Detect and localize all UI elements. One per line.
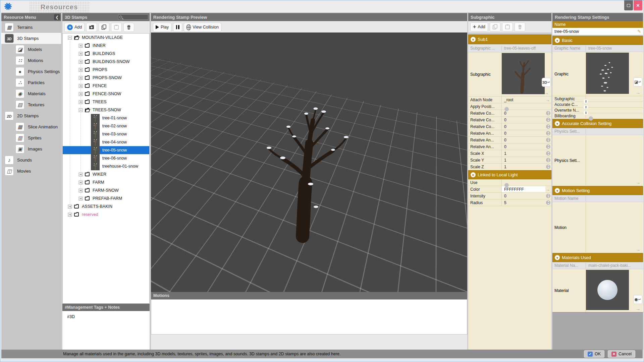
sidebar-item-physics-settings[interactable]: Physics Settings	[1, 66, 61, 77]
sidebar-item-particles[interactable]: Particles	[1, 77, 61, 88]
tree-item-tree-06-snow[interactable]: tree-06-snow	[63, 154, 149, 162]
tree-item-reserved[interactable]: reserved	[63, 210, 149, 219]
stamp-name-field[interactable]: tree-05-snow	[552, 28, 643, 35]
motion-section-header[interactable]: Motion Setting	[552, 186, 643, 195]
tree-item-assets-bakin[interactable]: ASSETS-BAKIN	[63, 202, 149, 210]
sidebar-item-sprites[interactable]: Sprites	[1, 132, 61, 143]
spinner-icon[interactable]	[546, 194, 550, 198]
sidebar-item-slice-animation[interactable]: Slice Animation	[1, 121, 61, 132]
select-3d-model-button[interactable]: 3D↵	[542, 78, 551, 87]
edit-name-icon[interactable]	[637, 29, 641, 34]
select-material-button[interactable]: ◉↵	[633, 295, 642, 304]
tree-item-props[interactable]: PROPS	[63, 66, 149, 74]
expand-icon[interactable]	[79, 181, 83, 184]
tree-item-farm[interactable]: FARM	[63, 178, 149, 186]
sub1-section-header[interactable]: Sub1	[468, 35, 551, 44]
delete-button[interactable]	[515, 22, 525, 32]
ok-button[interactable]: ✓OK	[584, 350, 604, 358]
tree-item-treehouse-01-snow[interactable]: treehouse-01-snow	[63, 162, 149, 170]
open-reference-arrow[interactable]	[545, 97, 550, 103]
sidebar-item-3d-stamps[interactable]: 3D Stamps	[1, 33, 61, 44]
paste-button[interactable]	[111, 23, 122, 32]
open-reference-arrow[interactable]	[636, 306, 640, 311]
spinner-icon[interactable]	[546, 200, 550, 205]
tags-panel-content[interactable]: #3D	[62, 311, 150, 350]
duplicate-button[interactable]	[99, 23, 109, 32]
tree-item-tree-01-snow[interactable]: tree-01-snow	[63, 114, 149, 122]
motion-field[interactable]	[586, 202, 643, 253]
sidebar-item-textures[interactable]: Textures	[1, 99, 61, 110]
expand-icon[interactable]	[79, 92, 83, 96]
new-folder-button[interactable]	[86, 23, 97, 32]
expand-icon[interactable]	[79, 76, 83, 80]
panel-collapse-button[interactable]: ❮	[54, 14, 60, 20]
expand-icon[interactable]	[68, 205, 72, 208]
sidebar-item-materials[interactable]: Materials	[1, 88, 61, 99]
open-reference-arrow[interactable]	[636, 90, 640, 95]
materials-section-header[interactable]: Materials Used	[552, 253, 643, 262]
expand-icon[interactable]	[68, 213, 72, 217]
select-model-button[interactable]: ◪↵	[633, 77, 642, 86]
restore-window-button[interactable]	[624, 0, 633, 10]
tree-item-wiker[interactable]: WIKER	[63, 170, 149, 178]
pause-button[interactable]	[173, 23, 182, 32]
paste-button[interactable]	[502, 22, 513, 32]
sidebar-item-motions[interactable]: Motions	[1, 55, 61, 66]
spinner-icon[interactable]	[546, 165, 550, 169]
sidebar-item-2d-stamps[interactable]: 2D Stamps	[1, 110, 61, 121]
tree-item-farm-snow[interactable]: FARM-SNOW	[63, 186, 149, 194]
tree-item-trees[interactable]: TREES	[63, 98, 149, 106]
spinner-icon[interactable]	[546, 144, 550, 149]
tree-item-fence[interactable]: FENCE	[63, 82, 149, 90]
cancel-button[interactable]: ✕Cancel	[608, 350, 635, 358]
play-button[interactable]: Play	[153, 23, 171, 32]
spinner-icon[interactable]	[546, 138, 550, 142]
physics-setting-field[interactable]	[586, 135, 643, 186]
sidebar-item-sounds[interactable]: Sounds	[1, 155, 61, 166]
local-light-section-header[interactable]: Linked to Local Light	[468, 170, 551, 179]
expand-icon[interactable]	[79, 84, 83, 88]
delete-button[interactable]	[123, 23, 134, 32]
sidebar-item-terrains[interactable]: Terrains	[1, 22, 61, 33]
expand-icon[interactable]	[79, 52, 83, 56]
tree-item-prefab-farm[interactable]: PREFAB-FARM	[63, 194, 149, 202]
tree-item-trees-snow[interactable]: TREES-SNOW	[63, 106, 149, 114]
sidebar-item-images[interactable]: Images	[1, 143, 61, 155]
spinner-icon[interactable]	[546, 118, 550, 122]
basic-section-header[interactable]: Basic	[552, 36, 643, 45]
spinner-icon[interactable]	[546, 151, 550, 156]
expand-icon[interactable]	[79, 197, 83, 200]
expand-icon[interactable]	[79, 100, 83, 104]
tree-item-mountain-village[interactable]: MOUNTAIN-VILLAGE	[63, 34, 149, 42]
motions-list[interactable]	[151, 299, 467, 335]
open-reference-arrow[interactable]	[544, 90, 549, 96]
view-collision-button[interactable]: View Collision	[184, 23, 221, 32]
tree-item-tree-05-snow[interactable]: tree-05-snow	[63, 146, 149, 154]
collapse-icon[interactable]	[79, 108, 83, 112]
tree-item-tree-02-snow[interactable]: tree-02-snow	[63, 122, 149, 130]
spinner-icon[interactable]	[546, 111, 550, 115]
subgraphic-thumbnail[interactable]	[502, 53, 545, 94]
graphic-thumbnail[interactable]	[586, 53, 629, 94]
open-reference-arrow[interactable]	[636, 180, 640, 185]
expand-icon[interactable]	[79, 173, 83, 176]
tree-item-buildings[interactable]: BUILDINGS	[63, 50, 149, 58]
expand-icon[interactable]	[79, 189, 83, 192]
collision-section-header[interactable]: Accurate Collision Setting	[552, 119, 643, 128]
tree-item-tree-03-snow[interactable]: tree-03-snow	[63, 130, 149, 138]
spinner-icon[interactable]	[546, 158, 550, 162]
spinner-icon[interactable]	[546, 124, 550, 129]
tree-item-fence-snow[interactable]: FENCE-SNOW	[63, 90, 149, 98]
tree-item-inner[interactable]: INNER	[63, 42, 149, 50]
expand-icon[interactable]	[79, 68, 83, 72]
close-window-button[interactable]: ✕	[634, 0, 642, 10]
search-input[interactable]	[122, 15, 146, 19]
add-stamp-button[interactable]: +Add	[64, 23, 85, 32]
duplicate-button[interactable]	[490, 22, 500, 32]
sidebar-item-models[interactable]: Models	[1, 44, 61, 55]
open-reference-arrow[interactable]	[636, 247, 640, 252]
sidebar-item-movies[interactable]: Movies	[1, 166, 61, 177]
search-box[interactable]	[118, 14, 148, 20]
material-thumbnail[interactable]	[586, 270, 629, 310]
expand-icon[interactable]	[79, 60, 83, 64]
